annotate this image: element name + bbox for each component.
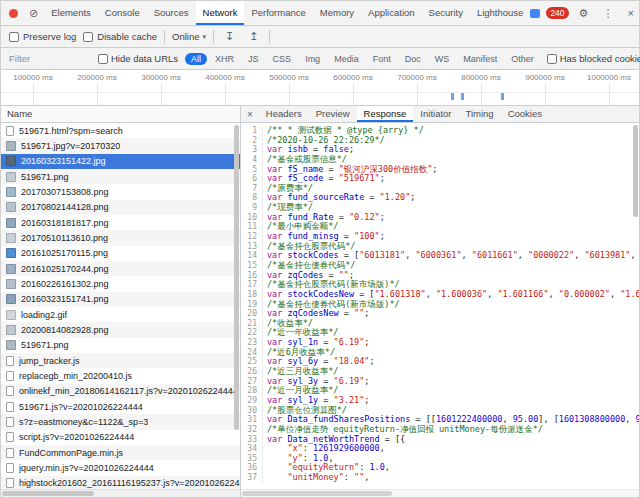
timeline-overview[interactable]: 100000 ms200000 ms300000 ms400000 ms5000…: [1, 70, 639, 106]
request-row[interactable]: 20200814082928.png: [1, 322, 240, 337]
filter-input[interactable]: [9, 53, 91, 64]
response-panel: 1/** * 测试数据 * @type {arry} */2/*2020-10-…: [241, 123, 639, 497]
line-number: 31: [241, 415, 263, 425]
request-row[interactable]: FundCommonPage.min.js: [1, 445, 240, 460]
filter-pill-other[interactable]: Other: [505, 53, 540, 65]
tab-memory[interactable]: Memory: [313, 1, 361, 25]
request-row[interactable]: 20160323151422.jpg: [1, 154, 240, 169]
export-har-icon[interactable]: ↥: [245, 31, 262, 42]
tab-performance[interactable]: Performance: [244, 1, 312, 25]
request-row[interactable]: 519671.png: [1, 338, 240, 353]
document-file-icon: [6, 432, 14, 442]
code-text: "unitMoney": "",: [263, 473, 639, 483]
request-row[interactable]: highstock201602_20161116195237.js?v=2020…: [1, 476, 240, 489]
details-tab-timing[interactable]: Timing: [459, 106, 501, 122]
request-row[interactable]: 20161025170244.png: [1, 261, 240, 276]
scrollbar-thumb[interactable]: [234, 125, 239, 430]
waterfall-mark[interactable]: [461, 93, 464, 100]
waterfall-mark[interactable]: [501, 93, 504, 100]
details-tab-headers[interactable]: Headers: [259, 106, 309, 122]
tab-network[interactable]: Network: [196, 1, 245, 25]
request-row[interactable]: jquery.min.js?v=20201026224444: [1, 460, 240, 475]
request-row[interactable]: 519671.js?v=20201026224444: [1, 399, 240, 414]
tab-application[interactable]: Application: [361, 1, 421, 25]
request-row[interactable]: 20170802144128.png: [1, 200, 240, 215]
tab-console[interactable]: Console: [98, 1, 147, 25]
request-row[interactable]: 20161025170115.png: [1, 246, 240, 261]
request-row[interactable]: onlinekf_min_20180614162117.js?v=2020102…: [1, 384, 240, 399]
tab-security[interactable]: Security: [422, 1, 470, 25]
import-har-icon[interactable]: ↧: [221, 31, 238, 42]
requests-vertical-scrollbar[interactable]: [233, 123, 240, 491]
tab-lighthouse[interactable]: Lighthouse: [470, 1, 530, 25]
scrollbar-thumb[interactable]: [2, 491, 94, 496]
request-row[interactable]: 20170307153808.png: [1, 184, 240, 199]
details-tab-preview[interactable]: Preview: [309, 106, 357, 122]
hide-data-urls-checkbox[interactable]: Hide data URLs: [98, 53, 178, 64]
details-tab-response[interactable]: Response: [357, 106, 414, 122]
has-blocked-cookies-checkbox[interactable]: Has blocked cookies: [547, 53, 640, 64]
preserve-log-checkbox[interactable]: Preserve log: [9, 31, 76, 42]
request-row[interactable]: 519671.jpg?v=20170320: [1, 138, 240, 153]
scrollbar-thumb[interactable]: [242, 491, 392, 496]
response-code[interactable]: 1/** * 测试数据 * @type {arry} */2/*2020-10-…: [241, 123, 639, 489]
issues-icon[interactable]: [530, 9, 540, 18]
tab-sources[interactable]: Sources: [147, 1, 196, 25]
request-row[interactable]: 20160226161302.png: [1, 276, 240, 291]
line-number: 24: [241, 348, 263, 358]
request-row[interactable]: s?z=eastmoney&c=1122&_sp=3: [1, 414, 240, 429]
waterfall-mark[interactable]: [451, 93, 454, 100]
request-name: jquery.min.js?v=20201026224444: [19, 463, 154, 473]
code-line: 7/*原费率*/: [241, 184, 639, 194]
filter-pill-img[interactable]: Img: [299, 53, 326, 65]
line-number: 19: [241, 300, 263, 310]
filter-pills: AllXHRJSCSSImgMediaFontDocWSManifestOthe…: [185, 53, 540, 65]
filter-pill-doc[interactable]: Doc: [399, 53, 427, 65]
filter-pill-manifest[interactable]: Manifest: [457, 53, 503, 65]
checkbox-icon: [98, 54, 108, 64]
line-number: 14: [241, 251, 263, 261]
request-row[interactable]: replacegb_min_20200410.js: [1, 368, 240, 383]
name-column-header[interactable]: Name: [1, 106, 241, 122]
scrollbar-thumb[interactable]: [633, 125, 638, 217]
code-text: /*2020-10-26 22:26:29*/: [263, 136, 639, 146]
filter-pill-ws[interactable]: WS: [429, 53, 456, 65]
line-number: 28: [241, 386, 263, 396]
response-horizontal-scrollbar[interactable]: [241, 489, 639, 497]
error-count-badge[interactable]: 240: [546, 7, 568, 19]
throttling-dropdown[interactable]: Online ▾: [172, 31, 206, 42]
request-row[interactable]: 20160323151741.png: [1, 292, 240, 307]
request-name: 519671.jpg?v=20170320: [21, 141, 120, 151]
line-number: 2: [241, 136, 263, 146]
details-tab-initiator[interactable]: Initiator: [413, 106, 458, 122]
filter-pill-js[interactable]: JS: [242, 53, 265, 65]
settings-gear-icon[interactable]: ⚙: [575, 8, 593, 19]
record-icon[interactable]: [9, 9, 18, 18]
response-vertical-scrollbar[interactable]: [632, 123, 639, 491]
details-tab-cookies[interactable]: Cookies: [501, 106, 549, 122]
code-line: 35 "y": 1.0,: [241, 454, 639, 464]
filter-pill-all[interactable]: All: [185, 53, 207, 65]
filter-pill-xhr[interactable]: XHR: [209, 53, 240, 65]
filter-pill-css[interactable]: CSS: [267, 53, 298, 65]
request-row[interactable]: 20160318181817.png: [1, 215, 240, 230]
disable-cache-checkbox[interactable]: Disable cache: [83, 31, 157, 42]
request-row[interactable]: loading2.gif: [1, 307, 240, 322]
close-devtools-icon[interactable]: ×: [623, 8, 637, 19]
request-row[interactable]: 519671.html?spm=search: [1, 123, 240, 138]
request-row[interactable]: 20170510113610.png: [1, 230, 240, 245]
tab-elements[interactable]: Elements: [44, 1, 98, 25]
filter-pill-media[interactable]: Media: [328, 53, 365, 65]
code-text: /*原费率*/: [263, 184, 639, 194]
request-row[interactable]: jump_tracker.js: [1, 353, 240, 368]
requests-horizontal-scrollbar[interactable]: [1, 489, 240, 497]
code-line: 1/** * 测试数据 * @type {arry} */: [241, 126, 639, 136]
request-row[interactable]: 519671.png: [1, 169, 240, 184]
clear-icon[interactable]: ⊘: [25, 8, 42, 19]
filter-pill-font[interactable]: Font: [367, 53, 397, 65]
timeline-gridline: [33, 83, 34, 105]
close-details-icon[interactable]: ×: [241, 106, 259, 122]
kebab-menu-icon[interactable]: ⋮: [598, 8, 617, 19]
request-name: FundCommonPage.min.js: [19, 448, 123, 458]
request-row[interactable]: script.js?v=20201026224444: [1, 430, 240, 445]
